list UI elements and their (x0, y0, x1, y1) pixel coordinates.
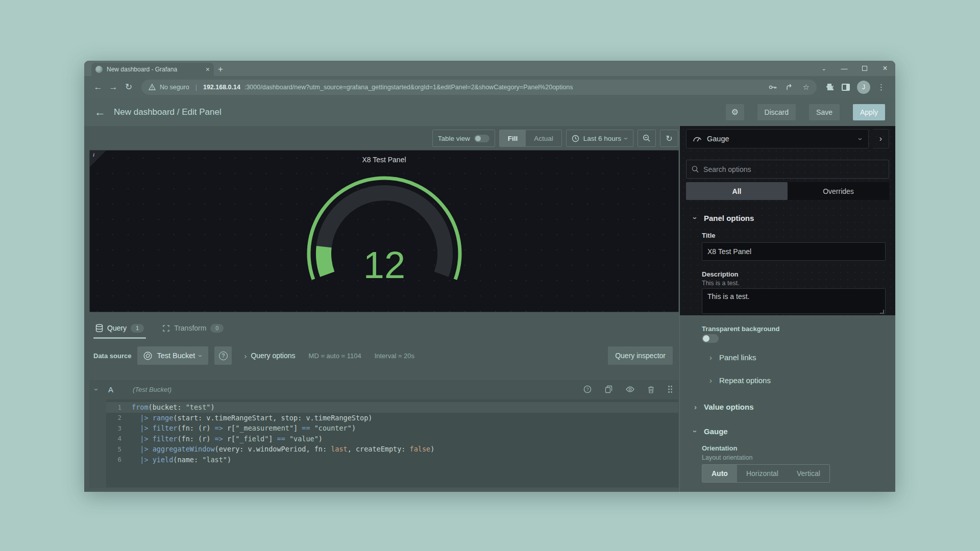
tab-search-chevron-icon[interactable]: ⌄ (814, 62, 834, 75)
duplicate-query-icon[interactable] (605, 385, 612, 393)
key-icon[interactable] (769, 85, 777, 90)
panel-links-expander[interactable]: › Panel links (709, 353, 756, 362)
query-help-icon[interactable]: ? (583, 385, 592, 393)
description-hint: This is a test. (702, 280, 740, 287)
datasource-help-button[interactable]: ? (214, 346, 232, 365)
orientation-auto-button[interactable]: Auto (702, 465, 737, 482)
panel-title[interactable]: X8 Test Panel (90, 156, 678, 164)
browser-tab-strip: New dashboard - Grafana × + ⌄ — × (84, 61, 895, 76)
back-icon[interactable]: ← (90, 80, 106, 95)
fill-button[interactable]: Fill (500, 130, 526, 146)
drag-handle-icon[interactable] (668, 385, 673, 393)
share-icon[interactable] (786, 84, 794, 90)
time-range-picker[interactable]: Last 6 hours › (566, 130, 633, 147)
edit-panel-content: Table view Fill Actual Last 6 hours › (84, 126, 895, 492)
minimize-button[interactable]: — (834, 62, 854, 75)
grafana-header: ← New dashboard / Edit Panel ⚙ Discard S… (84, 98, 895, 126)
forward-icon[interactable]: → (106, 80, 121, 95)
query-editor-card: › A (Test Bucket) ? (89, 380, 679, 488)
apply-button[interactable]: Apply (853, 104, 885, 120)
bookmark-star-icon[interactable]: ☆ (803, 83, 810, 92)
chevron-right-icon: › (709, 354, 712, 361)
code-line[interactable]: 4 |> filter(fn: (r) => r["_field"] == "v… (106, 434, 678, 444)
close-window-button[interactable]: × (875, 62, 895, 75)
url-host: 192.168.0.14 (203, 84, 240, 91)
code-line[interactable]: 3 |> filter(fn: (r) => r["_measurement"]… (106, 423, 678, 434)
panel-settings-gear-icon[interactable]: ⚙ (726, 104, 744, 120)
chevron-down-icon: › (692, 430, 699, 433)
datasource-label: Data source (93, 352, 131, 360)
new-tab-button[interactable]: + (214, 63, 227, 76)
chevron-right-icon: › (709, 377, 712, 384)
query-options-expander[interactable]: › Query options (244, 352, 295, 360)
gauge-icon (693, 136, 702, 142)
search-icon (692, 165, 699, 173)
back-to-dashboard-icon[interactable]: ← (94, 106, 106, 119)
tab-transform[interactable]: Transform 0 (160, 317, 226, 339)
actual-button[interactable]: Actual (526, 130, 561, 146)
address-bar[interactable]: No seguro | 192.168.0.14 :3000/dashboard… (141, 80, 817, 95)
visualization-picker[interactable]: Gauge › (686, 129, 869, 148)
visualization-value: Gauge (707, 135, 729, 143)
chevron-down-icon: › (692, 217, 699, 219)
side-panel-icon[interactable] (842, 84, 850, 91)
orientation-horizontal-button[interactable]: Horizontal (737, 465, 788, 482)
panel-view-toolbar: Table view Fill Actual Last 6 hours › (432, 129, 678, 148)
orientation-vertical-button[interactable]: Vertical (788, 465, 829, 482)
code-line[interactable]: 2 |> range(start: v.timeRangeStart, stop… (106, 413, 678, 423)
refresh-button[interactable]: ↻ (660, 130, 678, 147)
options-search[interactable] (686, 160, 889, 179)
chevron-down-icon: › (623, 137, 630, 140)
repeat-options-expander[interactable]: › Repeat options (709, 376, 771, 385)
maximize-button[interactable] (854, 62, 875, 75)
datasource-picker[interactable]: Test Bucket › (137, 346, 208, 365)
fill-actual-segment: Fill Actual (499, 130, 562, 147)
grafana-favicon-icon (95, 66, 103, 73)
orientation-segmented-control: Auto Horizontal Vertical (702, 464, 830, 483)
profile-avatar[interactable]: J (857, 81, 870, 94)
extensions-puzzle-icon[interactable] (826, 83, 835, 91)
gauge-svg: 12 (298, 172, 471, 290)
browser-menu-icon[interactable]: ⋮ (877, 83, 885, 92)
tab-query[interactable]: Query 1 (93, 317, 146, 339)
tab-overrides[interactable]: Overrides (788, 182, 889, 200)
textarea-resize-handle[interactable] (880, 310, 884, 314)
chevron-right-icon: › (244, 352, 247, 360)
transparent-bg-toggle[interactable] (702, 334, 719, 343)
discard-button[interactable]: Discard (757, 104, 796, 120)
browser-tab[interactable]: New dashboard - Grafana × (91, 63, 214, 76)
gauge-value-arc (323, 247, 327, 274)
panel-description-textarea[interactable]: This is a test. (702, 288, 886, 314)
gauge-section-header[interactable]: › Gauge (680, 425, 895, 437)
code-line[interactable]: 5 |> aggregateWindow(every: v.windowPeri… (106, 444, 678, 455)
repeat-options-label: Repeat options (719, 376, 771, 385)
query-datasource-hint: (Test Bucket) (133, 386, 172, 393)
query-ref-id[interactable]: A (108, 385, 113, 394)
collapse-query-icon[interactable]: › (93, 388, 101, 391)
collapse-sidebar-button[interactable]: › (873, 129, 889, 148)
table-view-toggle[interactable] (474, 135, 489, 142)
flux-code-editor[interactable]: 1from(bucket: "test")2 |> range(start: v… (106, 399, 678, 487)
orientation-hint: Layout orientation (702, 454, 752, 461)
panel-options-section-header[interactable]: › Panel options (680, 212, 895, 224)
line-number: 5 (106, 445, 121, 453)
code-line[interactable]: 6 |> yield(name: "last") (106, 455, 678, 465)
tab-all-options[interactable]: All (686, 182, 788, 200)
zoom-out-button[interactable] (638, 130, 656, 147)
save-button[interactable]: Save (809, 104, 840, 120)
value-options-section-header[interactable]: › Value options (694, 403, 754, 411)
query-inspector-button[interactable]: Query inspector (608, 346, 673, 365)
reload-icon[interactable]: ↻ (121, 80, 136, 95)
disable-query-eye-icon[interactable] (626, 386, 634, 392)
options-search-input[interactable] (703, 165, 884, 173)
breadcrumb[interactable]: New dashboard / Edit Panel (114, 107, 222, 117)
delete-query-trash-icon[interactable] (648, 386, 654, 393)
tab-close-icon[interactable]: × (206, 66, 210, 73)
panel-title-input[interactable] (702, 242, 886, 261)
influxdb-icon (143, 352, 152, 360)
code-line[interactable]: 1from(bucket: "test") (106, 402, 678, 413)
line-number: 4 (106, 435, 121, 442)
database-icon (95, 324, 103, 332)
chevron-right-icon: › (694, 403, 697, 411)
panel-preview[interactable]: i X8 Test Panel 12 (89, 150, 679, 312)
